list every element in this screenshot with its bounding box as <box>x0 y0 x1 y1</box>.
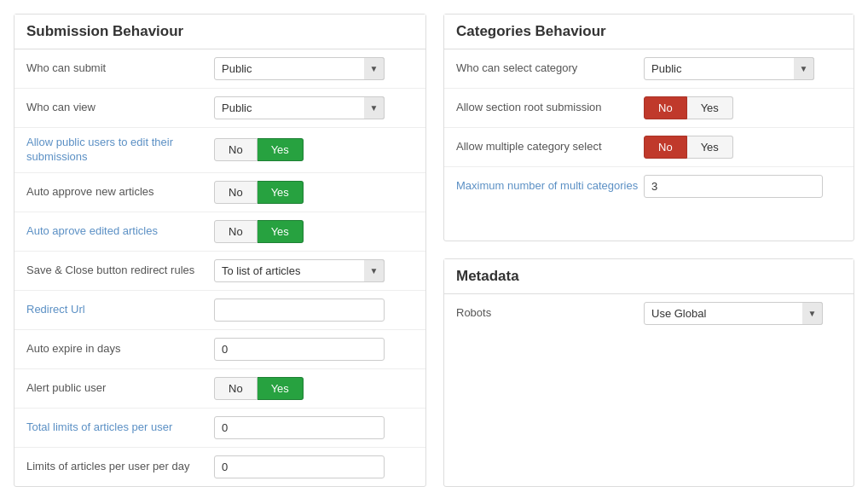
input-redirect-url[interactable] <box>214 299 385 322</box>
control-robots: Use Global Index, Follow No Index, No Fo… <box>644 302 842 325</box>
control-redirect-rules: To list of articles To article To homepa… <box>214 259 414 282</box>
toggle-no-section-root[interactable]: No <box>644 96 687 119</box>
row-allow-edit: Allow public users to edit their submiss… <box>14 128 425 173</box>
select-who-can-submit[interactable]: Public Registered Special <box>214 57 385 80</box>
row-robots: Robots Use Global Index, Follow No Index… <box>444 294 854 333</box>
label-who-can-view: Who can view <box>26 101 214 115</box>
select-who-can-view[interactable]: Public Registered Special <box>214 96 385 119</box>
input-auto-expire[interactable] <box>214 338 385 361</box>
metadata-panel: Metadata Robots Use Global Index, Follow… <box>443 258 854 486</box>
categories-panel: Categories Behaviour Who can select cate… <box>443 14 854 241</box>
toggle-no-auto-approve[interactable]: No <box>214 181 258 204</box>
control-who-select-cat: Public Registered Special ▼ <box>644 57 842 80</box>
select-wrapper-redirect: To list of articles To article To homepa… <box>214 259 385 282</box>
label-auto-aprove-edited: Auto aprove edited articles <box>26 224 214 239</box>
row-auto-approve: Auto approve new articles No Yes <box>14 173 425 212</box>
submission-panel: Submission Behaviour Who can submit Publ… <box>14 14 426 487</box>
input-daily-limits[interactable] <box>214 455 385 478</box>
control-who-can-view: Public Registered Special ▼ <box>214 96 414 119</box>
input-max-multi-cat[interactable] <box>644 175 823 198</box>
label-redirect-url: Redirect Url <box>26 303 214 317</box>
control-auto-expire <box>214 338 414 361</box>
toggle-yes-auto-approve[interactable]: Yes <box>258 181 304 204</box>
control-section-root: No Yes <box>644 96 842 119</box>
select-redirect-rules[interactable]: To list of articles To article To homepa… <box>214 259 385 282</box>
label-max-multi-cat: Maximum number of multi categories <box>456 179 644 194</box>
row-max-multi-cat: Maximum number of multi categories <box>444 167 854 206</box>
label-allow-edit: Allow public users to edit their submiss… <box>26 136 214 165</box>
select-who-select-cat[interactable]: Public Registered Special <box>644 57 814 80</box>
label-alert-public: Alert public user <box>26 381 214 396</box>
toggle-yes-alert-public[interactable]: Yes <box>258 377 304 400</box>
label-daily-limits: Limits of articles per user per day <box>26 460 214 474</box>
control-daily-limits <box>214 455 414 478</box>
label-auto-expire: Auto expire in days <box>26 342 214 357</box>
submission-title: Submission Behaviour <box>14 14 425 49</box>
toggle-yes-section-root[interactable]: Yes <box>687 96 733 119</box>
toggle-no-multi-cat[interactable]: No <box>644 136 687 159</box>
control-auto-aprove-edited: No Yes <box>214 220 414 243</box>
row-redirect-rules: Save & Close button redirect rules To li… <box>14 252 425 291</box>
row-auto-aprove-edited: Auto aprove edited articles No Yes <box>14 212 425 252</box>
control-auto-approve: No Yes <box>214 181 414 204</box>
select-wrapper-who-view: Public Registered Special ▼ <box>214 96 385 119</box>
toggle-yes-multi-cat[interactable]: Yes <box>687 136 733 159</box>
control-multi-cat: No Yes <box>644 136 842 159</box>
toggle-alert-public: No Yes <box>214 377 414 400</box>
row-redirect-url: Redirect Url <box>14 291 425 330</box>
select-wrapper-who-cat: Public Registered Special ▼ <box>644 57 814 80</box>
label-who-select-cat: Who can select category <box>456 61 644 76</box>
toggle-multi-cat: No Yes <box>644 136 842 159</box>
row-alert-public: Alert public user No Yes <box>14 369 425 409</box>
toggle-yes-aprove-edited[interactable]: Yes <box>258 220 304 243</box>
control-who-can-submit: Public Registered Special ▼ <box>214 57 414 80</box>
toggle-no-aprove-edited[interactable]: No <box>214 220 258 243</box>
metadata-title: Metadata <box>444 259 854 294</box>
toggle-auto-aprove-edited: No Yes <box>214 220 414 243</box>
toggle-no-allow-edit[interactable]: No <box>214 138 258 161</box>
input-total-limits[interactable] <box>214 416 385 439</box>
categories-title: Categories Behaviour <box>444 14 854 49</box>
row-auto-expire: Auto expire in days <box>14 330 425 369</box>
control-redirect-url <box>214 299 414 322</box>
label-redirect-rules: Save & Close button redirect rules <box>26 264 214 278</box>
toggle-no-alert-public[interactable]: No <box>214 377 258 400</box>
toggle-allow-edit: No Yes <box>214 138 414 161</box>
row-multi-cat: Allow multiple category select No Yes <box>444 128 854 167</box>
label-total-limits: Total limits of articles per user <box>26 420 214 435</box>
row-who-can-view: Who can view Public Registered Special ▼ <box>14 89 425 128</box>
label-who-can-submit: Who can submit <box>26 61 214 76</box>
control-allow-edit: No Yes <box>214 138 414 161</box>
label-section-root: Allow section root submission <box>456 101 644 115</box>
control-max-multi-cat <box>644 175 842 198</box>
toggle-section-root: No Yes <box>644 96 842 119</box>
select-wrapper-robots: Use Global Index, Follow No Index, No Fo… <box>644 302 823 325</box>
row-daily-limits: Limits of articles per user per day <box>14 448 425 486</box>
select-wrapper-who-submit: Public Registered Special ▼ <box>214 57 385 80</box>
label-robots: Robots <box>456 306 644 321</box>
label-multi-cat: Allow multiple category select <box>456 140 644 154</box>
label-auto-approve: Auto approve new articles <box>26 185 214 200</box>
row-who-can-submit: Who can submit Public Registered Special… <box>14 49 425 89</box>
toggle-yes-allow-edit[interactable]: Yes <box>258 138 304 161</box>
toggle-auto-approve: No Yes <box>214 181 414 204</box>
row-total-limits: Total limits of articles per user <box>14 409 425 448</box>
main-layout: Submission Behaviour Who can submit Publ… <box>14 14 854 487</box>
select-robots[interactable]: Use Global Index, Follow No Index, No Fo… <box>644 302 823 325</box>
row-section-root: Allow section root submission No Yes <box>444 89 854 128</box>
row-who-select-cat: Who can select category Public Registere… <box>444 49 854 89</box>
control-total-limits <box>214 416 414 439</box>
control-alert-public: No Yes <box>214 377 414 400</box>
